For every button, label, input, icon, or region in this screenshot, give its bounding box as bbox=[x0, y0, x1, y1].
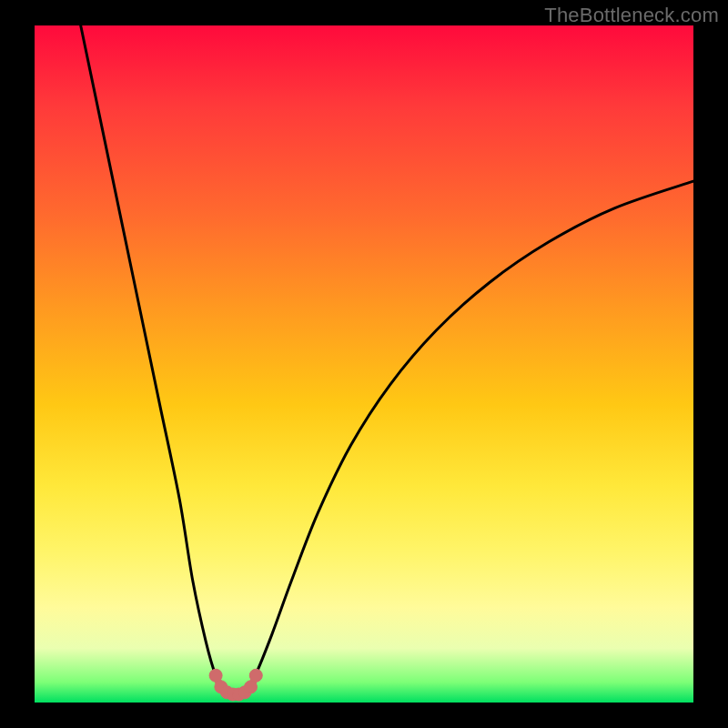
bottleneck-curve bbox=[81, 25, 693, 694]
min-marker bbox=[209, 669, 222, 682]
min-region-markers bbox=[209, 669, 262, 701]
min-marker bbox=[244, 681, 257, 693]
chart-svg bbox=[35, 25, 693, 703]
watermark-text: TheBottleneck.com bbox=[544, 4, 719, 27]
min-marker bbox=[249, 669, 262, 682]
chart-frame: TheBottleneck.com bbox=[0, 0, 728, 728]
plot-area bbox=[35, 25, 693, 703]
